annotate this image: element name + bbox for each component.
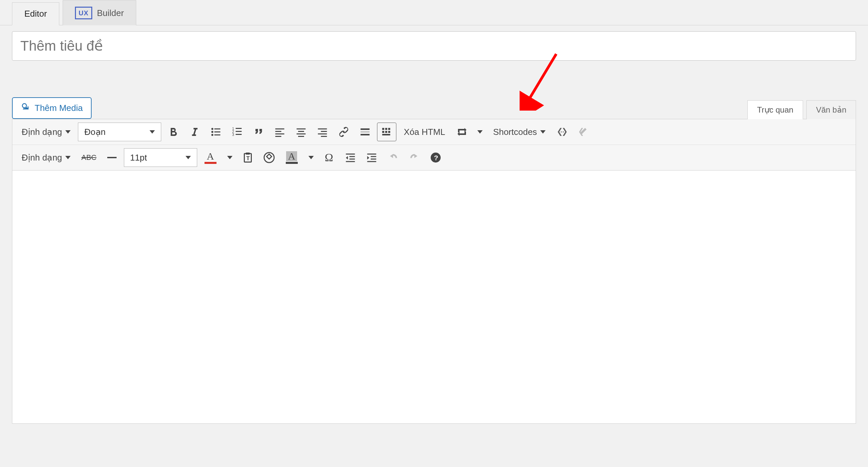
add-media-button[interactable]: Thêm Media: [12, 97, 92, 119]
svg-point-35: [561, 131, 562, 132]
numbered-list-button[interactable]: 123: [228, 123, 246, 141]
svg-rect-21: [318, 129, 327, 130]
svg-rect-16: [275, 136, 281, 137]
italic-button[interactable]: [185, 123, 204, 141]
svg-rect-22: [321, 131, 327, 132]
svg-rect-29: [385, 128, 388, 130]
font-size-select[interactable]: 11pt: [124, 148, 197, 167]
svg-rect-24: [321, 136, 327, 137]
repeat-dropdown[interactable]: [474, 123, 486, 141]
indent-button[interactable]: [362, 148, 381, 167]
svg-rect-41: [349, 156, 355, 157]
svg-text:?: ?: [434, 154, 438, 161]
svg-rect-33: [389, 131, 391, 133]
editor-content-area[interactable]: [12, 170, 856, 424]
svg-rect-17: [297, 129, 306, 130]
svg-rect-14: [275, 131, 281, 132]
align-right-button[interactable]: [313, 123, 332, 141]
svg-rect-18: [298, 131, 304, 132]
format-dropdown-label: Định dạng: [22, 127, 62, 137]
svg-rect-8: [236, 128, 242, 129]
svg-rect-28: [382, 128, 384, 130]
svg-rect-13: [275, 129, 284, 130]
text-color-dropdown[interactable]: [224, 148, 236, 167]
clear-html-label: Xóa HTML: [404, 127, 445, 137]
svg-rect-10: [236, 131, 242, 132]
format-dropdown-2-label: Định dạng: [22, 153, 62, 163]
tab-ux-builder[interactable]: UX Builder: [63, 0, 136, 25]
tab-editor[interactable]: Editor: [12, 2, 59, 25]
help-button[interactable]: ?: [426, 148, 445, 167]
text-color-button[interactable]: A: [200, 148, 221, 167]
chevron-down-icon: [308, 156, 314, 159]
svg-rect-38: [246, 153, 250, 155]
tab-text-label: Văn bản: [816, 105, 846, 114]
strikethrough-button[interactable]: ABC: [78, 148, 100, 167]
hr-icon: [107, 157, 117, 158]
svg-rect-6: [215, 134, 220, 135]
link-button[interactable]: [334, 123, 353, 141]
editor-toolbar: Định dạng Đoạn 123 Xóa: [12, 119, 856, 170]
svg-text:T: T: [246, 155, 249, 161]
svg-rect-34: [382, 134, 391, 135]
tab-visual[interactable]: Trực quan: [747, 100, 803, 119]
font-size-value: 11pt: [130, 153, 147, 163]
svg-rect-23: [318, 133, 327, 134]
svg-rect-15: [275, 133, 284, 134]
svg-rect-30: [389, 128, 391, 130]
background-color-button[interactable]: A: [281, 148, 303, 167]
svg-rect-40: [346, 154, 355, 155]
svg-point-5: [212, 134, 214, 136]
edit-code-button[interactable]: [574, 123, 593, 141]
editor-view-tabs: Trực quan Văn bản: [747, 100, 856, 119]
ux-badge-icon: UX: [75, 7, 92, 19]
paragraph-select[interactable]: Đoạn: [78, 123, 161, 141]
read-more-button[interactable]: [356, 123, 374, 141]
chevron-down-icon: [477, 130, 483, 133]
paragraph-select-value: Đoạn: [84, 127, 105, 137]
blockquote-button[interactable]: [249, 123, 268, 141]
svg-point-1: [212, 128, 214, 130]
align-left-button[interactable]: [271, 123, 289, 141]
clear-formatting-button[interactable]: [260, 148, 278, 167]
post-title-input[interactable]: [12, 31, 856, 61]
bullet-list-button[interactable]: [207, 123, 225, 141]
align-center-button[interactable]: [292, 123, 310, 141]
tab-text[interactable]: Văn bản: [806, 100, 856, 119]
clear-html-button[interactable]: Xóa HTML: [399, 123, 450, 141]
svg-rect-43: [346, 161, 355, 162]
undo-button[interactable]: [384, 148, 402, 167]
svg-rect-47: [367, 161, 376, 162]
redo-button[interactable]: [405, 148, 424, 167]
toolbar-toggle-button[interactable]: [377, 123, 396, 141]
outdent-button[interactable]: [341, 148, 360, 167]
text-color-icon: A: [203, 150, 218, 165]
background-color-dropdown[interactable]: [305, 148, 317, 167]
chevron-down-icon: [150, 130, 155, 133]
shortcodes-dropdown[interactable]: Shortcodes: [489, 123, 551, 141]
svg-rect-32: [385, 131, 388, 133]
chevron-down-icon: [540, 130, 546, 133]
format-dropdown-2[interactable]: Định dạng: [17, 148, 75, 167]
toolbar-row-2: Định dạng ABC 11pt A T A: [12, 145, 856, 170]
insert-code-button[interactable]: [553, 123, 571, 141]
tab-editor-label: Editor: [24, 9, 47, 19]
editor-mode-tabs: Editor UX Builder: [0, 0, 868, 25]
background-color-icon: A: [284, 150, 299, 165]
svg-rect-4: [215, 131, 220, 132]
special-character-button[interactable]: Ω: [320, 148, 338, 167]
svg-rect-12: [236, 134, 242, 135]
format-dropdown[interactable]: Định dạng: [17, 123, 75, 141]
bold-button[interactable]: [164, 123, 183, 141]
svg-rect-25: [361, 129, 370, 130]
chevron-down-icon: [227, 156, 232, 159]
chevron-down-icon: [65, 156, 71, 159]
svg-line-0: [526, 54, 556, 104]
svg-rect-26: [361, 131, 370, 132]
svg-rect-27: [361, 134, 370, 135]
shortcodes-label: Shortcodes: [493, 127, 537, 137]
horizontal-rule-button[interactable]: [102, 148, 121, 167]
svg-rect-46: [371, 159, 376, 160]
repeat-button[interactable]: [453, 123, 471, 141]
paste-text-button[interactable]: T: [239, 148, 257, 167]
